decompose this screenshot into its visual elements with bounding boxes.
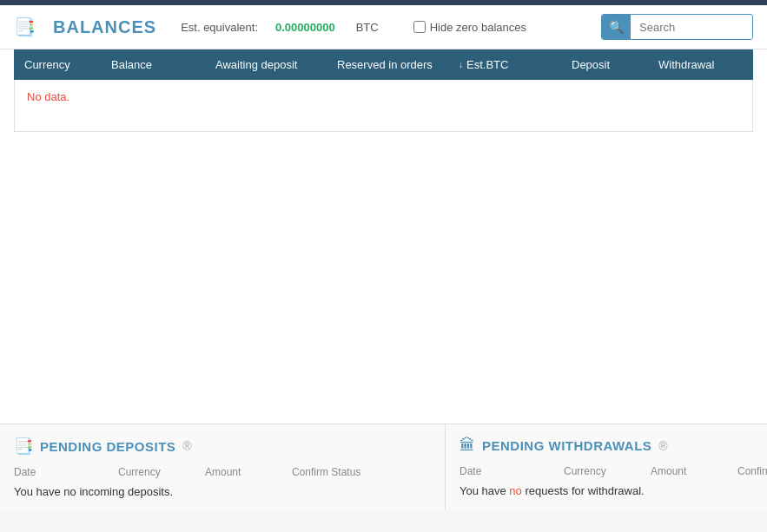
header: 📑 BALANCES Est. equivalent: 0.00000000 B… (0, 5, 767, 49)
deposits-icon: 📑 (14, 437, 33, 456)
withdrawals-message: You have no requests for withdrawal. (460, 484, 767, 497)
withdrawals-info-icon: ® (658, 439, 667, 453)
bottom-section: 📑 PENDING DEPOSITS ® Date Currency Amoun… (0, 424, 767, 510)
middle-space (14, 132, 753, 410)
no-data-message: No data. (15, 80, 752, 114)
col-reserved: Reserved in orders (327, 49, 448, 80)
pending-withdrawals-panel: 🏛 PENDING WITHDRAWALS ® Date Currency Am… (446, 424, 767, 510)
pending-withdrawals-header: 🏛 PENDING WITHDRAWALS ® (460, 437, 767, 455)
col-estbtc[interactable]: ↓ Est.BTC (448, 49, 561, 80)
deposits-col-date: Date (14, 464, 118, 480)
hide-zero-label[interactable]: Hide zero balances (413, 21, 526, 34)
withdrawals-col-date: Date (460, 463, 564, 479)
hide-zero-checkbox[interactable] (413, 21, 426, 33)
search-icon-wrap: 🔍 (602, 15, 631, 39)
search-input[interactable] (631, 16, 752, 39)
deposits-sub-header: Date Currency Amount Confirm Status (14, 464, 431, 480)
withdrawals-sub-header: Date Currency Amount Confirm Status (460, 463, 767, 479)
wallet-icon: 📑 (14, 16, 36, 37)
pending-deposits-panel: 📑 PENDING DEPOSITS ® Date Currency Amoun… (0, 424, 446, 510)
search-icon: 🔍 (609, 20, 624, 34)
deposits-col-amount: Amount (205, 464, 292, 480)
est-equiv-label: Est. equivalent: (181, 21, 258, 34)
deposits-info-icon: ® (182, 439, 191, 453)
est-value: 0.00000000 (275, 21, 335, 34)
col-balance: Balance (101, 49, 205, 80)
table-header: Currency Balance Awaiting deposit Reserv… (14, 49, 753, 80)
pending-deposits-header: 📑 PENDING DEPOSITS ® (14, 437, 431, 456)
col-history: History (744, 49, 767, 80)
main-content: Currency Balance Awaiting deposit Reserv… (0, 49, 767, 424)
page-title: BALANCES (53, 17, 156, 37)
withdrawals-col-currency: Currency (564, 463, 651, 479)
col-deposit: Deposit (561, 49, 648, 80)
pending-deposits-title: PENDING DEPOSITS (40, 439, 175, 454)
sort-arrow: ↓ (459, 60, 463, 69)
est-currency: BTC (356, 21, 379, 34)
withdrawals-icon: 🏛 (460, 437, 475, 455)
col-currency: Currency (14, 49, 101, 80)
withdrawals-col-confirm: Confirm Status (737, 463, 767, 479)
table-body: No data. (14, 80, 753, 132)
deposits-col-currency: Currency (118, 464, 205, 480)
deposits-message: You have no incoming deposits. (14, 485, 431, 498)
col-awaiting: Awaiting deposit (205, 49, 327, 80)
deposits-col-confirm: Confirm Status (292, 464, 431, 480)
withdrawals-col-amount: Amount (651, 463, 737, 479)
pending-withdrawals-title: PENDING WITHDRAWALS (482, 438, 651, 453)
col-withdrawal: Withdrawal (648, 49, 744, 80)
withdrawals-link[interactable]: no (509, 484, 521, 497)
search-box: 🔍 (601, 14, 753, 40)
